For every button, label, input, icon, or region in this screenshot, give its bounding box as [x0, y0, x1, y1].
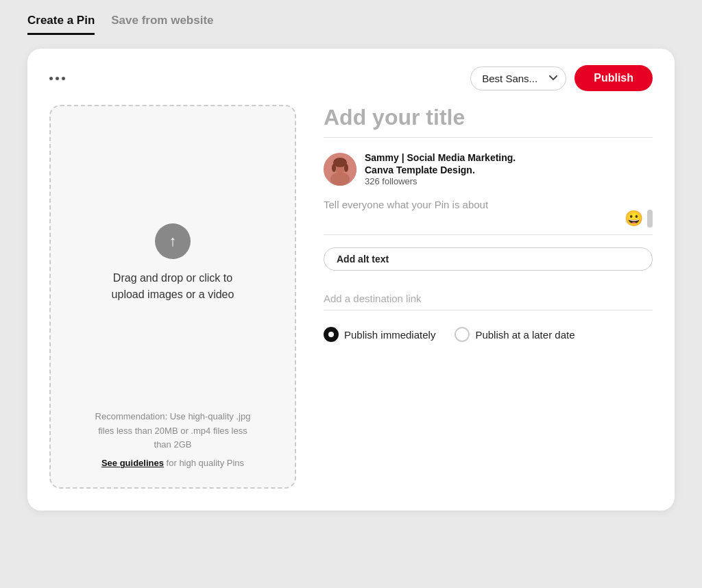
- tab-save-from-website[interactable]: Save from website: [111, 14, 213, 35]
- card-toolbar: Best Sans... Board 1 Board 2 Publish: [49, 65, 653, 91]
- top-tabs: Create a Pin Save from website: [0, 0, 702, 35]
- dot-icon: [62, 77, 65, 80]
- alt-text-button[interactable]: Add alt text: [324, 247, 653, 271]
- publish-immediately-label: Publish immediately: [344, 329, 435, 341]
- publish-later-option[interactable]: Publish at a later date: [455, 327, 574, 342]
- svg-point-2: [330, 172, 350, 186]
- profile-info: Sammy | Social Media Marketing. Canva Te…: [365, 151, 516, 186]
- dot-icon: [49, 77, 53, 80]
- guidelines-link[interactable]: See guidelines: [101, 458, 164, 468]
- upload-center: ↑ Drag and drop or click to upload image…: [112, 134, 234, 393]
- profile-followers: 326 followers: [365, 176, 516, 186]
- upload-arrow-icon: ↑: [169, 234, 177, 249]
- description-input[interactable]: [324, 199, 612, 226]
- emoji-picker-icon[interactable]: 😀: [625, 210, 643, 228]
- dot-icon: [56, 77, 59, 80]
- title-input[interactable]: [324, 105, 653, 138]
- upload-area[interactable]: ↑ Drag and drop or click to upload image…: [49, 105, 296, 489]
- upload-bottom: Recommendation: Use high-quality .jpg fi…: [95, 410, 251, 471]
- profile-row: Sammy | Social Media Marketing. Canva Te…: [324, 151, 653, 186]
- desc-icons: 😀: [625, 210, 653, 228]
- guidelines-suffix: for high quality Pins: [164, 458, 244, 468]
- publish-later-label: Publish at a later date: [475, 329, 574, 341]
- svg-point-4: [332, 164, 336, 172]
- radio-filled-icon: [324, 327, 339, 342]
- radio-empty-icon: [455, 327, 470, 342]
- upload-instruction: Drag and drop or click to upload images …: [112, 270, 234, 303]
- publish-options: Publish immediately Publish at a later d…: [324, 327, 653, 342]
- svg-point-5: [344, 164, 348, 172]
- publish-button[interactable]: Publish: [574, 65, 653, 91]
- card-body: ↑ Drag and drop or click to upload image…: [49, 105, 653, 489]
- board-select[interactable]: Best Sans... Board 1 Board 2: [470, 66, 566, 90]
- tab-create-pin[interactable]: Create a Pin: [27, 14, 95, 35]
- avatar: [324, 153, 356, 186]
- toolbar-right: Best Sans... Board 1 Board 2 Publish: [470, 65, 653, 91]
- text-style-bar-icon[interactable]: [647, 210, 653, 228]
- upload-icon-circle: ↑: [155, 223, 191, 259]
- upload-recommendation: Recommendation: Use high-quality .jpg fi…: [95, 410, 251, 452]
- description-area: 😀: [324, 199, 653, 235]
- main-card: Best Sans... Board 1 Board 2 Publish ↑ D…: [27, 49, 675, 511]
- destination-link-input[interactable]: [324, 293, 653, 310]
- profile-name: Sammy | Social Media Marketing. Canva Te…: [365, 151, 516, 176]
- publish-immediately-option[interactable]: Publish immediately: [324, 327, 435, 342]
- right-panel: Sammy | Social Media Marketing. Canva Te…: [324, 105, 653, 342]
- more-options-button[interactable]: [49, 77, 65, 80]
